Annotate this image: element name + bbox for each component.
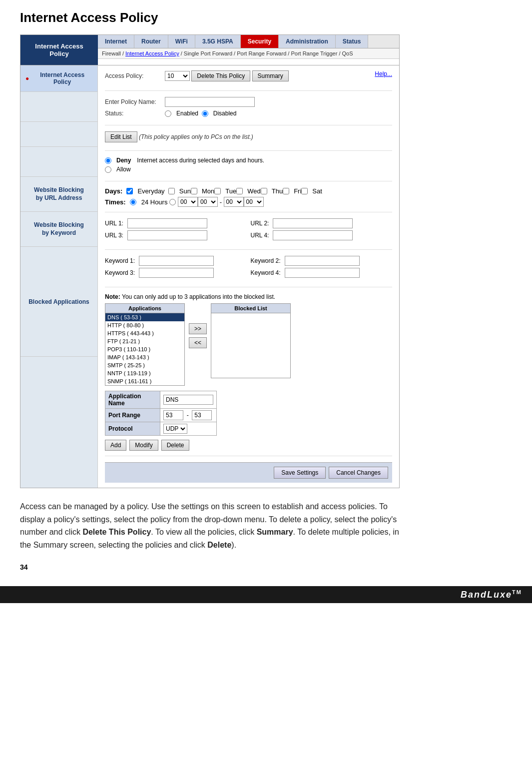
url3-input[interactable]: [127, 230, 207, 240]
sat-label: Sat: [301, 187, 322, 195]
app-action-buttons: Add Modify Delete: [105, 440, 392, 451]
status-enabled-radio[interactable]: [165, 110, 171, 117]
sidebar-item-url-blocking: Website Blockingby URL Address: [20, 177, 97, 212]
tab-3g-hspa[interactable]: 3.5G HSPA: [195, 35, 241, 48]
tab-administration[interactable]: Administration: [279, 35, 336, 48]
page-number: 34: [20, 563, 512, 571]
applied-pcs-note: (This policy applies only to PCs on the …: [139, 133, 253, 140]
app-smtp[interactable]: SMTP ( 25-25 ): [105, 361, 184, 369]
edit-list-button[interactable]: Edit List: [105, 131, 137, 142]
status-label: Status:: [105, 110, 165, 117]
sidebar-item-applied-pcs: [20, 92, 97, 122]
blocked-list-header: Blocked List: [211, 304, 290, 313]
bottom-bar: Save Settings Cancel Changes: [105, 462, 392, 483]
deny-radio[interactable]: [105, 157, 111, 164]
trademark-symbol: TM: [512, 589, 522, 595]
status-enabled-label: Enabled: [165, 110, 198, 117]
save-settings-button[interactable]: Save Settings: [274, 467, 326, 479]
hours24-radio[interactable]: [130, 199, 136, 205]
kw4-input[interactable]: [285, 268, 360, 278]
everyday-label: Everyday: [126, 187, 164, 195]
panel-header: Internet Access Policy: [20, 35, 98, 65]
app-dns[interactable]: DNS ( 53-53 ): [105, 313, 184, 321]
applied-pcs-section: Edit List (This policy applies only to P…: [105, 131, 392, 151]
delete-app-button[interactable]: Delete: [161, 440, 190, 451]
kw2-label: Keyword 2:: [251, 257, 281, 264]
tab-security[interactable]: Security: [241, 35, 279, 48]
app-form: Application Name Port Range -: [105, 391, 217, 436]
url2-input[interactable]: [273, 218, 353, 228]
kw3-input[interactable]: [139, 268, 214, 278]
app-nntp[interactable]: NNTP ( 119-119 ): [105, 369, 184, 377]
page-title: Internet Access Policy: [20, 10, 512, 25]
time-to-min[interactable]: 00: [244, 197, 264, 207]
access-policy-label: Access Policy:: [105, 72, 165, 79]
app-ftp[interactable]: FTP ( 21-21 ): [105, 337, 184, 345]
policy-name-input[interactable]: [165, 97, 255, 107]
kw1-input[interactable]: [139, 256, 214, 266]
remove-from-blocked-button[interactable]: <<: [189, 337, 207, 348]
sun-checkbox[interactable]: [168, 188, 175, 194]
app-pop3[interactable]: POP3 ( 110-110 ): [105, 345, 184, 353]
time-from-hour[interactable]: 00: [178, 197, 198, 207]
kw3-label: Keyword 3:: [105, 269, 135, 276]
wed-checkbox[interactable]: [236, 188, 243, 194]
app-name-label: Application Name: [105, 391, 160, 409]
help-link[interactable]: Help...: [375, 70, 392, 77]
tue-checkbox[interactable]: [214, 188, 221, 194]
time-range-radio[interactable]: [169, 199, 176, 205]
tue-label: Tue: [214, 187, 236, 195]
tab-router[interactable]: Router: [134, 35, 168, 48]
thu-checkbox[interactable]: [261, 188, 267, 194]
app-https[interactable]: HTTPS ( 443-443 ): [105, 329, 184, 337]
tab-internet[interactable]: Internet: [98, 35, 134, 48]
everyday-checkbox[interactable]: [126, 188, 133, 194]
subnav-internet-access-policy[interactable]: Internet Access Policy: [125, 50, 179, 56]
port-to-input[interactable]: [192, 410, 212, 420]
summary-button[interactable]: Summary: [252, 70, 289, 81]
cancel-changes-button[interactable]: Cancel Changes: [329, 467, 388, 479]
fri-label: Fri: [283, 187, 301, 195]
time-from-min[interactable]: 00: [198, 197, 218, 207]
url3-label: URL 3:: [105, 232, 123, 239]
sidebar-item-access-restriction: [20, 122, 97, 147]
allow-radio[interactable]: [105, 166, 111, 173]
status-disabled-radio[interactable]: [202, 110, 208, 117]
brand-name: BandLuxeTM: [461, 589, 522, 600]
access-policy-select[interactable]: 10: [165, 71, 190, 81]
sat-checkbox[interactable]: [301, 188, 308, 194]
times-label: Times:: [105, 198, 126, 206]
mon-checkbox[interactable]: [191, 188, 197, 194]
applications-list: Applications DNS ( 53-53 ) HTTP ( 80-80 …: [105, 303, 185, 386]
sidebar: ● Internet Access Policy Website Blockin…: [20, 65, 98, 488]
kw1-label: Keyword 1:: [105, 257, 135, 264]
panel-body: ● Internet Access Policy Website Blockin…: [20, 65, 399, 488]
sidebar-item-internet-access-policy[interactable]: ● Internet Access Policy: [20, 65, 97, 92]
url1-input[interactable]: [127, 218, 207, 228]
app-http[interactable]: HTTP ( 80-80 ): [105, 321, 184, 329]
tab-status[interactable]: Status: [336, 35, 369, 48]
tab-wifi[interactable]: WiFi: [168, 35, 195, 48]
wed-label: Wed: [236, 187, 261, 195]
fri-checkbox[interactable]: [283, 188, 289, 194]
app-name-input[interactable]: [163, 395, 213, 405]
policy-name-label: Enter Policy Name:: [105, 98, 165, 105]
app-snmp[interactable]: SNMP ( 161-161 ): [105, 377, 184, 385]
access-policy-section: Access Policy: 10 Delete This Policy Sum…: [105, 70, 392, 91]
url4-input[interactable]: [273, 230, 353, 240]
hours24-label: 24 Hours: [130, 198, 168, 206]
url4-label: URL 4:: [251, 232, 269, 239]
protocol-label: Protocol: [105, 422, 160, 436]
main-content: Help... Access Policy: 10 Delete This Po…: [98, 65, 399, 488]
mon-label: Mon: [191, 187, 214, 195]
modify-button[interactable]: Modify: [129, 440, 158, 451]
time-to-hour[interactable]: 00: [224, 197, 244, 207]
kw2-input[interactable]: [285, 256, 360, 266]
port-from-input[interactable]: [163, 410, 183, 420]
add-app-button[interactable]: Add: [105, 440, 126, 451]
allow-label: Allow: [105, 166, 131, 173]
delete-policy-button[interactable]: Delete This Policy: [191, 70, 250, 81]
app-imap[interactable]: IMAP ( 143-143 ): [105, 353, 184, 361]
protocol-select[interactable]: UDP TCP Both: [163, 424, 187, 434]
add-to-blocked-button[interactable]: >>: [189, 323, 207, 334]
